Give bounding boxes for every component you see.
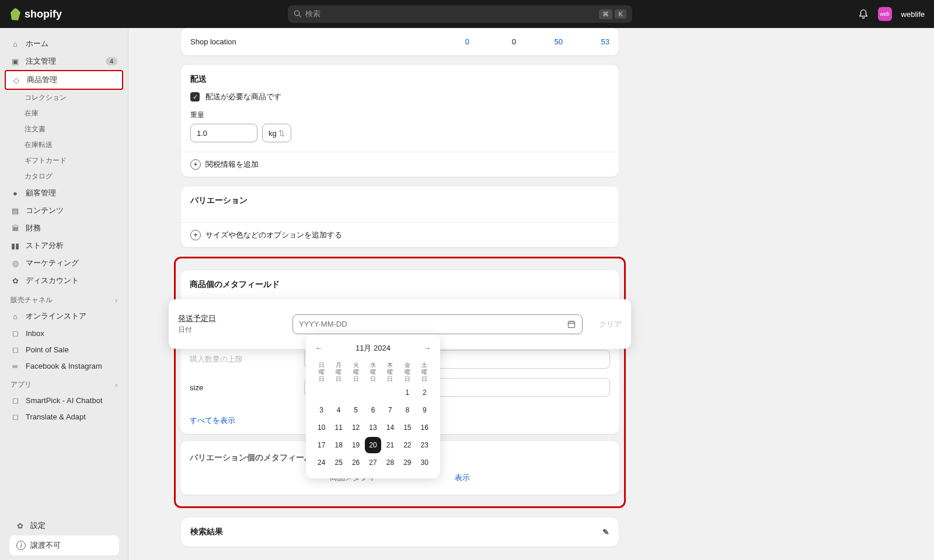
calendar-day[interactable]: 27 [365, 454, 381, 471]
shopify-logo[interactable]: shopify [9, 8, 62, 20]
calendar-day[interactable]: 15 [399, 419, 415, 436]
sidebar-item-orders[interactable]: ▣注文管理4 [5, 52, 123, 70]
notifications-icon[interactable] [858, 9, 869, 19]
calendar-day[interactable]: 28 [382, 454, 398, 471]
tag-icon: ◇ [12, 75, 21, 85]
orders-icon: ▣ [11, 57, 20, 66]
calendar-day[interactable]: 11 [330, 419, 346, 436]
calendar-day[interactable]: 13 [365, 419, 381, 436]
calendar-day[interactable]: 20 [365, 437, 381, 453]
analytics-icon: ▮▮ [11, 241, 20, 250]
chevron-right-icon: › [115, 296, 117, 304]
sidebar-item-translate[interactable]: ◻Translate & Adapt [5, 408, 123, 425]
calendar-day[interactable]: 22 [399, 437, 415, 453]
calendar-day[interactable]: 4 [330, 402, 346, 418]
sidebar-item-smartpick[interactable]: ◻SmartPick - AI Chatbot [5, 392, 123, 408]
calendar-day[interactable]: 9 [417, 402, 433, 418]
topbar: shopify 検索 ⌘ K web weblife [0, 0, 934, 28]
edit-icon[interactable]: ✎ [602, 527, 609, 537]
search-input[interactable]: 検索 ⌘ K [288, 5, 632, 23]
calendar-day[interactable]: 26 [348, 454, 364, 471]
sidebar-item-home[interactable]: ⌂ホーム [5, 35, 123, 52]
calendar-day[interactable]: 3 [313, 402, 329, 418]
chevron-right-icon: › [115, 381, 117, 389]
inbox-icon: ◻ [11, 328, 20, 338]
avatar[interactable]: web [878, 7, 892, 21]
search-results-title: 検索結果 [190, 527, 223, 537]
select-icon: ⇅ [278, 129, 285, 138]
sidebar-sub-collections[interactable]: コレクション [5, 90, 123, 106]
calendar-day [348, 384, 364, 401]
sidebar-sub-catalog[interactable]: カタログ [5, 169, 123, 184]
calendar-day[interactable]: 2 [417, 384, 433, 401]
metafield-size-label[interactable]: size [190, 383, 295, 392]
sidebar-item-customers[interactable]: ●顧客管理 [5, 184, 123, 202]
calendar-day[interactable]: 10 [313, 419, 329, 436]
shipping-required-checkbox[interactable]: ✓ 配送が必要な商品です [190, 92, 609, 102]
sidebar-item-content[interactable]: ▤コンテンツ [5, 202, 123, 219]
calendar-day[interactable]: 1 [399, 384, 415, 401]
plus-circle-icon: + [190, 230, 201, 240]
clear-button[interactable]: クリア [599, 319, 622, 330]
calendar-day[interactable]: 19 [348, 437, 364, 453]
weight-input[interactable]: 1.0 [190, 124, 257, 142]
sidebar-sub-transfers[interactable]: 在庫転送 [5, 137, 123, 153]
calendar-day[interactable]: 21 [382, 437, 398, 453]
sidebar-item-analytics[interactable]: ▮▮ストア分析 [5, 237, 123, 254]
sidebar-item-settings[interactable]: ✿設定 [9, 516, 119, 536]
sidebar-item-products[interactable]: ◇商品管理 [5, 70, 123, 90]
metafield-qty-label[interactable]: 購入数量の上限 [190, 354, 295, 365]
transfer-notice[interactable]: i譲渡不可 [9, 536, 119, 555]
calendar-day[interactable]: 12 [348, 419, 364, 436]
add-customs-button[interactable]: +関税情報を追加 [181, 152, 619, 177]
meta-icon: ∞ [11, 361, 20, 370]
variant-meta-show-link[interactable]: 表示 [455, 473, 470, 482]
calendar-day[interactable]: 30 [417, 454, 433, 471]
add-variant-button[interactable]: +サイズや色などのオプションを追加する [181, 223, 619, 247]
inventory-value[interactable]: 50 [516, 37, 563, 46]
sidebar: ⌂ホーム ▣注文管理4 ◇商品管理 コレクション 在庫 注文書 在庫転送 ギフト… [0, 28, 128, 556]
calendar-day[interactable]: 7 [382, 402, 398, 418]
sidebar-item-pos[interactable]: ◻Point of Sale [5, 341, 123, 358]
calendar-prev-button[interactable]: ← [313, 341, 325, 355]
sidebar-sub-po[interactable]: 注文書 [5, 121, 123, 137]
inventory-value: 0 [469, 37, 516, 46]
sidebar-channels-header[interactable]: 販売チャネル› [5, 289, 123, 307]
show-all-link[interactable]: すべてを表示 [180, 411, 245, 434]
calendar-day[interactable]: 16 [417, 419, 433, 436]
metafield-ship-date-label[interactable]: 発送予定日 日付 [178, 313, 283, 335]
search-placeholder: 検索 [305, 9, 597, 19]
sidebar-item-marketing[interactable]: ◎マーケティング [5, 254, 123, 272]
calendar-day[interactable]: 17 [313, 437, 329, 453]
calendar-day[interactable]: 29 [399, 454, 415, 471]
sidebar-sub-inventory[interactable]: 在庫 [5, 106, 123, 121]
calendar-day[interactable]: 23 [417, 437, 433, 453]
calendar-day [365, 384, 381, 401]
calendar-day[interactable]: 25 [330, 454, 346, 471]
sidebar-item-discounts[interactable]: ✿ディスカウント [5, 272, 123, 289]
metafields-title: 商品個のメタフィールド [190, 279, 610, 290]
sidebar-sub-giftcards[interactable]: ギフトカード [5, 153, 123, 169]
calendar-day[interactable]: 8 [399, 402, 415, 418]
shipping-title: 配送 [190, 74, 609, 85]
sidebar-item-finance[interactable]: 🏛財務 [5, 219, 123, 237]
date-input[interactable]: YYYY-MM-DD [292, 314, 583, 334]
checkbox-checked-icon: ✓ [190, 92, 200, 102]
weight-unit-select[interactable]: kg⇅ [262, 124, 291, 142]
calendar-next-button[interactable]: → [421, 341, 433, 355]
calendar-day[interactable]: 24 [313, 454, 329, 471]
calendar-day [382, 384, 398, 401]
username[interactable]: weblife [901, 10, 925, 19]
calendar-day[interactable]: 5 [348, 402, 364, 418]
calendar-day[interactable]: 6 [365, 402, 381, 418]
inventory-value[interactable]: 0 [423, 37, 469, 46]
inventory-value[interactable]: 53 [563, 37, 609, 46]
sidebar-item-facebook[interactable]: ∞Facebook & Instagram [5, 358, 123, 374]
variation-title: バリエーション [190, 195, 609, 206]
sidebar-apps-header[interactable]: アプリ› [5, 374, 123, 392]
calendar-day[interactable]: 18 [330, 437, 346, 453]
info-icon: i [16, 541, 26, 550]
calendar-day[interactable]: 14 [382, 419, 398, 436]
sidebar-item-inbox[interactable]: ◻Inbox [5, 325, 123, 341]
sidebar-item-online-store[interactable]: ⌂オンラインストア [5, 307, 123, 325]
